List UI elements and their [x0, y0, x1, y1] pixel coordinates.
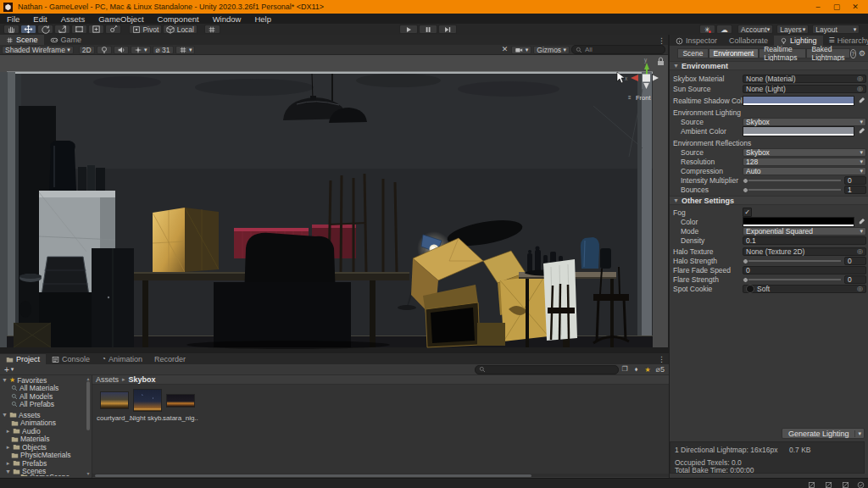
bounces-value[interactable]: 1	[844, 186, 866, 194]
breadcrumb-root[interactable]: Assets	[92, 375, 119, 384]
menu-component[interactable]: Component	[151, 14, 206, 24]
tree-item-prefabs[interactable]: ▸Prefabs	[5, 459, 47, 467]
grid-snap-button[interactable]	[204, 25, 220, 34]
project-search-input[interactable]	[488, 366, 607, 374]
object-picker-icon[interactable]: ◎	[857, 85, 863, 92]
asset-label[interactable]: courtyard_...	[97, 414, 132, 422]
hidden-objects-toggle[interactable]: ⌀ 31	[153, 46, 174, 54]
cloud-icon[interactable]: ☁	[716, 25, 732, 34]
favorites-filter-icon[interactable]: ★	[641, 366, 654, 374]
skybox-material-field[interactable]: None (Material)◎	[743, 75, 866, 83]
help-icon[interactable]: ?	[850, 49, 856, 58]
tree-item-all-models[interactable]: All Models	[11, 392, 53, 400]
tree-item-physicmaterials[interactable]: PhysicMaterials	[11, 452, 71, 459]
tree-scrollbar[interactable]: ▴ ▾	[86, 375, 91, 476]
scale-tool-button[interactable]	[54, 25, 70, 34]
scene-menu-kebab[interactable]: ⋮	[654, 36, 669, 45]
tree-item-materials[interactable]: Materials	[11, 435, 49, 443]
halo-texture-field[interactable]: None (Texture 2D)◎	[743, 247, 866, 256]
intensity-value[interactable]: 0	[844, 176, 866, 185]
scene-search-input[interactable]	[585, 46, 661, 53]
transform-tool-button[interactable]	[88, 25, 104, 34]
rect-tool-button[interactable]	[71, 25, 87, 34]
shadow-color-swatch[interactable]	[743, 96, 854, 106]
collab-icon[interactable]: ✳	[699, 25, 715, 34]
environment-section-header[interactable]: ▼Environment	[670, 61, 868, 70]
tab-inspector[interactable]: Inspector	[670, 36, 723, 46]
tab-project[interactable]: Project	[0, 354, 46, 364]
tree-item-gamescene[interactable]: GameScene	[20, 473, 70, 476]
menu-gameobject[interactable]: GameObject	[92, 14, 150, 24]
project-search-field[interactable]	[475, 365, 619, 374]
close-button[interactable]: ✕	[846, 3, 865, 11]
menu-file[interactable]: File	[0, 14, 26, 24]
scroll-down-arrow[interactable]: ▾	[86, 470, 91, 476]
asset-label[interactable]: Night skyb...	[130, 414, 165, 422]
tree-item-all-prefabs[interactable]: All Prefabs	[11, 401, 54, 408]
scene-audio-toggle-icon[interactable]	[114, 46, 129, 54]
hand-tool-button[interactable]	[3, 25, 19, 34]
menu-help[interactable]: Help	[248, 14, 278, 24]
ambient-color-swatch[interactable]	[743, 126, 854, 136]
menu-edit[interactable]: Edit	[26, 14, 53, 24]
tree-item-favorites[interactable]: ▼★Favorites	[2, 376, 47, 384]
object-picker-icon[interactable]: ◎	[857, 247, 863, 255]
asset-thumbnail-courtyard[interactable]	[100, 391, 129, 409]
projection-icon[interactable]: ≡	[628, 95, 632, 100]
local-toggle-button[interactable]: Local	[163, 25, 198, 34]
account-dropdown[interactable]: Account▾	[737, 25, 773, 34]
grid-visibility-dropdown[interactable]: ▾	[175, 46, 196, 54]
asset-thumbnail-night-skybox[interactable]	[133, 389, 162, 412]
layout-dropdown[interactable]: Layout▾	[812, 25, 860, 34]
layers-dropdown[interactable]: Layers▾	[776, 25, 809, 34]
content-hscrollbar-track[interactable]	[92, 474, 669, 477]
tree-item-objects[interactable]: ▸Objects	[5, 443, 47, 451]
object-picker-icon[interactable]: ◎	[857, 75, 863, 82]
sun-source-field[interactable]: None (Light)◎	[743, 85, 866, 93]
flare-fade-speed-input[interactable]: 0	[743, 266, 866, 274]
scene-lighting-toggle-icon[interactable]	[97, 46, 112, 54]
draw-mode-dropdown[interactable]: Shaded Wireframe ▾	[2, 46, 74, 54]
add-asset-button[interactable]: +	[0, 365, 11, 374]
eyedropper-icon[interactable]	[856, 127, 866, 136]
pivot-toggle-button[interactable]: Pivot	[129, 25, 162, 34]
scene-viewport[interactable]: y x ≡ Front	[0, 55, 669, 353]
2d-toggle[interactable]: 2D	[79, 46, 95, 54]
tree-item-assets[interactable]: ▼Assets	[2, 411, 41, 419]
bounces-slider[interactable]	[743, 186, 841, 194]
gizmos-dropdown[interactable]: Gizmos ▾	[533, 46, 570, 54]
scroll-up-arrow[interactable]: ▴	[86, 375, 91, 381]
play-button[interactable]	[399, 25, 418, 34]
lighting-tab-baked[interactable]: Baked Lightmaps	[806, 48, 849, 58]
flare-strength-value[interactable]: 0	[844, 275, 866, 284]
eyedropper-icon[interactable]	[856, 97, 866, 105]
scene-tools-icon[interactable]: ✕	[502, 46, 509, 53]
maximize-button[interactable]: ▢	[827, 3, 846, 11]
eyedropper-icon[interactable]	[856, 218, 866, 226]
tab-console[interactable]: Console	[46, 354, 96, 364]
object-picker-icon[interactable]: ◎	[857, 285, 863, 292]
scene-effects-dropdown[interactable]: ▾	[131, 46, 151, 54]
asset-thumbnail-satara-night[interactable]	[166, 394, 195, 408]
intensity-slider[interactable]	[743, 176, 841, 185]
fog-density-input[interactable]: 0.1	[743, 236, 866, 245]
add-asset-dropdown-arrow[interactable]: ▾	[11, 366, 14, 373]
env-lighting-source-dropdown[interactable]: Skybox▾	[743, 118, 866, 126]
package-filter-icon[interactable]: ❐	[619, 366, 632, 373]
tab-recorder[interactable]: Recorder	[148, 354, 192, 364]
tree-item-all-materials[interactable]: All Materials	[11, 385, 58, 392]
custom-tool-button[interactable]	[105, 25, 121, 34]
tree-item-audio[interactable]: ▸Audio	[5, 427, 41, 435]
resolution-dropdown[interactable]: 128▾	[743, 158, 866, 166]
compression-dropdown[interactable]: Auto▾	[743, 167, 866, 175]
scene-camera-dropdown[interactable]: ▾	[511, 46, 531, 54]
spot-cookie-field[interactable]: Soft◎	[743, 285, 866, 293]
generate-lighting-button[interactable]: Generate Lighting ▾	[782, 428, 865, 439]
minimize-button[interactable]: –	[809, 3, 827, 11]
tree-item-animations[interactable]: Animations	[11, 419, 56, 427]
menu-window[interactable]: Window	[206, 14, 248, 24]
bake-lightmaps-off-icon[interactable]	[842, 480, 849, 488]
tab-game[interactable]: Game	[44, 35, 88, 45]
auto-generate-off-icon[interactable]	[808, 480, 815, 488]
tab-scene[interactable]: Scene	[0, 35, 44, 45]
